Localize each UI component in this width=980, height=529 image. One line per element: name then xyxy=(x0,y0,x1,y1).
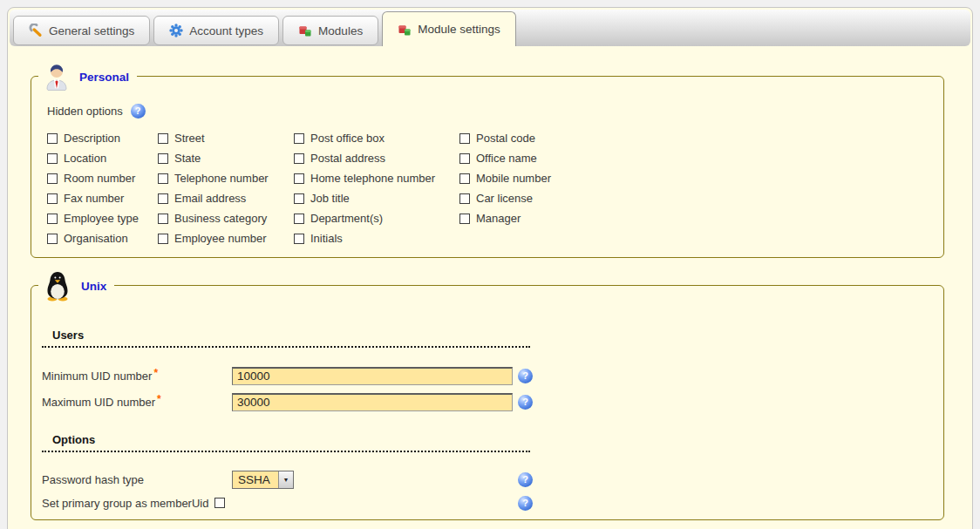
settings-window: General settings Account types xyxy=(7,7,973,529)
hidden-option-post-office-box[interactable]: Post office box xyxy=(294,128,459,148)
checkbox-label: Email address xyxy=(174,192,246,205)
hidden-option-street[interactable]: Street xyxy=(158,128,294,148)
hidden-option-organisation[interactable]: Organisation xyxy=(47,228,158,248)
hidden-option-postal-address[interactable]: Postal address xyxy=(294,148,459,168)
max-uid-row: Maximum UID number* ? xyxy=(42,392,933,411)
checkbox[interactable] xyxy=(294,133,304,144)
max-uid-label: Maximum UID number* xyxy=(42,396,232,409)
checkbox[interactable] xyxy=(294,193,304,204)
min-uid-label: Minimum UID number* xyxy=(42,370,232,383)
checkbox[interactable] xyxy=(47,153,58,164)
checkbox-label: Business category xyxy=(174,212,267,225)
required-marker: * xyxy=(153,367,158,379)
max-uid-input[interactable] xyxy=(232,393,513,411)
hidden-option-car-license[interactable]: Car license xyxy=(459,188,928,208)
checkbox[interactable] xyxy=(47,234,58,244)
hidden-option-description[interactable]: Description xyxy=(47,128,158,148)
checkbox[interactable] xyxy=(459,214,470,224)
hidden-option-job-title[interactable]: Job title xyxy=(294,188,459,208)
help-icon[interactable]: ? xyxy=(131,104,146,119)
hidden-option-employee-type[interactable]: Employee type xyxy=(47,208,158,228)
checkbox-label: Manager xyxy=(476,212,521,225)
checkbox-label: Postal code xyxy=(476,132,535,145)
checkbox[interactable] xyxy=(47,193,58,204)
checkbox[interactable] xyxy=(158,153,168,164)
help-icon[interactable]: ? xyxy=(518,369,533,383)
required-marker: * xyxy=(157,393,161,405)
wrench-icon xyxy=(29,24,43,37)
checkbox[interactable] xyxy=(459,193,470,204)
hidden-options-grid: Description Street Post office box Posta… xyxy=(47,128,928,248)
checkbox[interactable] xyxy=(459,153,470,164)
hidden-option-state[interactable]: State xyxy=(158,148,294,168)
hidden-option-manager[interactable]: Manager xyxy=(459,208,928,228)
hidden-option-employee-number[interactable]: Employee number xyxy=(158,228,294,248)
unix-legend: Unix xyxy=(38,270,114,302)
checkbox-label: Location xyxy=(64,152,106,165)
password-hash-label: Password hash type xyxy=(42,473,232,486)
tab-label: Account types xyxy=(189,24,263,37)
checkbox-label: Mobile number xyxy=(476,172,551,185)
modules-icon xyxy=(398,23,412,37)
tab-label: Module settings xyxy=(418,23,500,36)
help-icon[interactable]: ? xyxy=(518,472,533,487)
checkbox-label: Job title xyxy=(310,192,350,205)
member-uid-row: Set primary group as memberUid ? xyxy=(42,493,933,512)
checkbox[interactable] xyxy=(47,214,58,224)
checkbox[interactable] xyxy=(294,234,304,244)
checkbox[interactable] xyxy=(158,133,168,144)
checkbox[interactable] xyxy=(294,173,304,184)
hidden-option-room-number[interactable]: Room number xyxy=(47,168,158,188)
checkbox-label: Car license xyxy=(476,192,533,205)
checkbox[interactable] xyxy=(158,173,168,184)
checkbox[interactable] xyxy=(459,173,470,184)
tab-account-types[interactable]: Account types xyxy=(153,16,279,45)
help-icon[interactable]: ? xyxy=(518,395,533,410)
unix-section: Unix Users Minimum UID number* ? Maximum… xyxy=(31,285,944,520)
member-uid-label: Set primary group as memberUid xyxy=(42,497,208,510)
tab-general-settings[interactable]: General settings xyxy=(13,16,150,45)
checkbox-label: Street xyxy=(174,132,205,145)
checkbox-label: Room number xyxy=(64,172,135,185)
hidden-option-postal-code[interactable]: Postal code xyxy=(459,128,928,148)
hidden-option-office-name[interactable]: Office name xyxy=(459,148,928,168)
checkbox[interactable] xyxy=(47,133,58,144)
hidden-option-departments[interactable]: Department(s) xyxy=(294,208,459,228)
password-hash-select[interactable]: SSHA ▼ xyxy=(232,471,294,489)
hidden-option-mobile-number[interactable]: Mobile number xyxy=(459,168,928,188)
password-hash-row: Password hash type SSHA ▼ ? xyxy=(42,470,933,489)
chevron-down-icon[interactable]: ▼ xyxy=(278,471,293,488)
checkbox-label: Office name xyxy=(476,152,537,165)
checkbox[interactable] xyxy=(158,214,168,224)
hidden-option-business-category[interactable]: Business category xyxy=(158,208,294,228)
hidden-option-location[interactable]: Location xyxy=(47,148,158,168)
hidden-option-initials[interactable]: Initials xyxy=(294,228,459,248)
checkbox-label: Description xyxy=(64,132,120,145)
selected-value: SSHA xyxy=(233,471,278,488)
tab-bar: General settings Account types xyxy=(10,10,970,46)
checkbox-label: Initials xyxy=(310,232,343,245)
member-uid-checkbox[interactable] xyxy=(214,498,225,508)
help-icon[interactable]: ? xyxy=(518,496,533,511)
min-uid-input[interactable] xyxy=(232,367,513,385)
checkbox[interactable] xyxy=(294,153,304,164)
checkbox[interactable] xyxy=(158,234,168,244)
checkbox[interactable] xyxy=(294,214,304,224)
checkbox[interactable] xyxy=(158,193,168,204)
tab-module-settings[interactable]: Module settings xyxy=(382,11,516,46)
checkbox[interactable] xyxy=(47,173,58,184)
hidden-option-fax-number[interactable]: Fax number xyxy=(47,188,158,208)
tab-modules[interactable]: Modules xyxy=(282,16,378,45)
checkbox[interactable] xyxy=(459,133,470,144)
tux-penguin-icon xyxy=(42,270,73,302)
checkbox-label: Department(s) xyxy=(310,212,383,225)
section-title: Unix xyxy=(81,280,106,293)
section-title: Personal xyxy=(79,71,129,84)
tab-label: General settings xyxy=(49,24,134,37)
checkbox-label: Fax number xyxy=(64,192,124,205)
hidden-option-email-address[interactable]: Email address xyxy=(158,188,294,208)
hidden-option-telephone-number[interactable]: Telephone number xyxy=(158,168,294,188)
modules-icon xyxy=(298,24,312,37)
checkbox-label: Home telephone number xyxy=(310,172,435,185)
hidden-option-home-telephone-number[interactable]: Home telephone number xyxy=(294,168,459,188)
